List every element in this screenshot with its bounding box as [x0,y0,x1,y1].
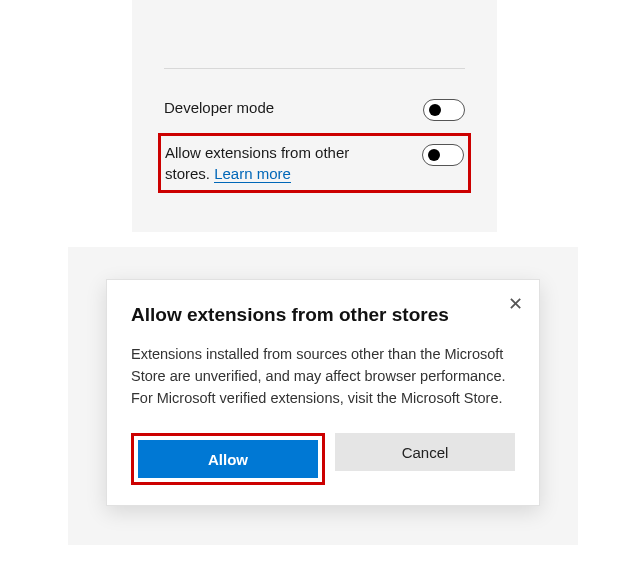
close-button[interactable]: ✕ [505,294,525,314]
developer-mode-label: Developer mode [164,97,274,118]
toggle-knob-icon [429,104,441,116]
dialog-backdrop: ✕ Allow extensions from other stores Ext… [68,247,578,545]
allow-other-stores-label: Allow extensions from other stores. Lear… [165,142,385,184]
developer-mode-toggle[interactable] [423,99,465,121]
allow-extensions-dialog: ✕ Allow extensions from other stores Ext… [106,279,540,506]
learn-more-link[interactable]: Learn more [214,165,291,183]
allow-other-stores-row: Allow extensions from other stores. Lear… [158,133,471,193]
dialog-title: Allow extensions from other stores [131,304,515,326]
divider [164,68,465,69]
dialog-body: Extensions installed from sources other … [131,344,515,409]
allow-button[interactable]: Allow [138,440,318,478]
allow-other-stores-toggle[interactable] [422,144,464,166]
developer-mode-row: Developer mode [156,85,473,133]
allow-button-highlight: Allow [131,433,325,485]
settings-panel: Developer mode Allow extensions from oth… [132,0,497,232]
toggle-knob-icon [428,149,440,161]
dialog-button-row: Allow Cancel [131,433,515,485]
close-icon: ✕ [508,295,523,313]
cancel-button[interactable]: Cancel [335,433,515,471]
